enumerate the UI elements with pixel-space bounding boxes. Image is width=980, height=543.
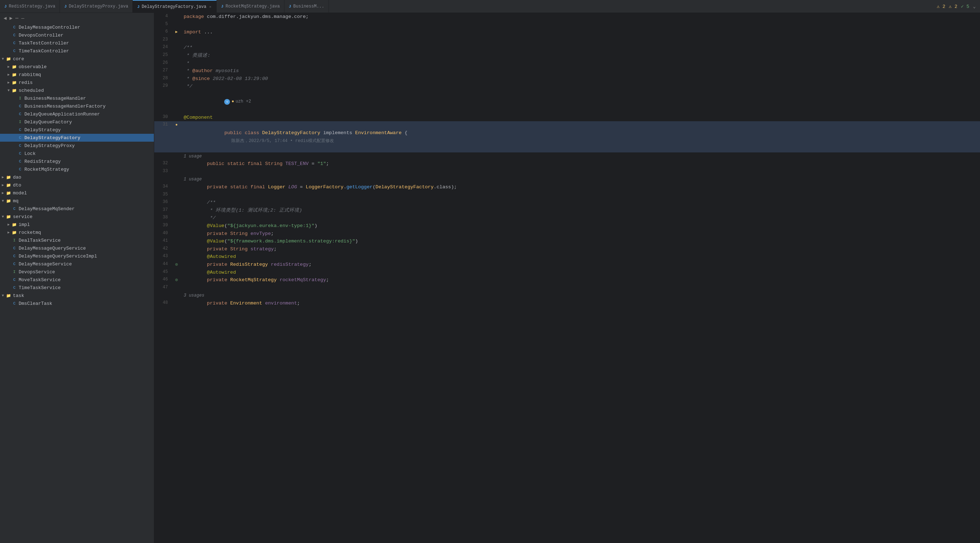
sidebar-item-task[interactable]: ▼ 📁 task <box>0 292 154 300</box>
tab-rocketmq-strategy[interactable]: J RocketMqStrategy.java <box>217 0 285 13</box>
tab-delay-strategy-factory[interactable]: J DelayStrategyFactory.java ✕ <box>133 0 217 13</box>
sidebar-item-delay-message-service[interactable]: C DelayMessageService <box>0 260 154 268</box>
sidebar-item-devops-controller[interactable]: C DevopsController <box>0 31 154 39</box>
sidebar-forward-button[interactable]: ▶ <box>9 14 13 22</box>
tree-item-label: DealTaskService <box>19 238 60 243</box>
line-number: 36 <box>154 199 172 206</box>
sidebar-item-time-task-controller[interactable]: C TimeTaskController <box>0 47 154 55</box>
line-gutter <box>172 284 181 292</box>
sidebar-item-time-task-service[interactable]: C TimeTaskService <box>0 284 154 292</box>
sidebar-item-delay-strategy[interactable]: C DelayStrategy <box>0 126 154 134</box>
tree-item-label: DelayQueueApplicationRunner <box>24 111 100 117</box>
line-code: public static final String TEST_ENV = "1… <box>181 160 980 168</box>
sidebar-item-task-test-controller[interactable]: C TaskTestController <box>0 39 154 47</box>
editor-content[interactable]: 4 package com.differ.jackyun.dms.manage.… <box>154 13 980 543</box>
line-gutter: ▶ <box>172 29 181 36</box>
sidebar-item-model[interactable]: ▶ 📁 model <box>0 189 154 197</box>
tree-item-label: DelayStrategy <box>24 127 60 133</box>
interface-icon: I <box>11 237 17 243</box>
tree-arrow: ▶ <box>0 174 6 180</box>
sidebar-item-impl[interactable]: ▶ 📁 impl <box>0 221 154 229</box>
class-icon: C <box>11 300 17 306</box>
line-number <box>154 175 172 183</box>
sidebar-item-move-task-service[interactable]: C MoveTaskService <box>0 276 154 284</box>
tree-item-label: DelayMessageMqSender <box>19 206 75 211</box>
breakpoint-icon[interactable]: ● <box>175 123 178 127</box>
usage-hint: 3 usages <box>184 293 204 298</box>
code-line-avatar: U ● uzh +2 <box>154 90 980 114</box>
sidebar-item-core[interactable]: ▼ 📁 core <box>0 55 154 63</box>
sidebar-menu-button[interactable]: ⋯ <box>15 14 19 22</box>
sidebar-item-delay-strategy-factory[interactable]: C DelayStrategyFactory <box>0 134 154 142</box>
class-icon: C <box>17 127 23 133</box>
class-icon: C <box>17 151 23 156</box>
sidebar-item-delay-queue-factory[interactable]: I DelayQueueFactory <box>0 118 154 126</box>
editor-area: 4 package com.differ.jackyun.dms.manage.… <box>154 13 980 543</box>
tab-label: DelayStrategyProxy.java <box>69 4 129 9</box>
sidebar-item-business-message-handler-factory[interactable]: C BusinessMessageHandlerFactory <box>0 102 154 110</box>
sidebar-back-button[interactable]: ◀ <box>3 14 7 22</box>
avatar-uzh: U <box>224 99 230 105</box>
line-code <box>181 21 980 29</box>
tree-item-label: MoveTaskService <box>19 277 60 283</box>
sidebar-item-business-message-handler[interactable]: I BusinessMessageHandler <box>0 94 154 102</box>
tab-delay-strategy-proxy[interactable]: J DelayStrategyProxy.java <box>60 0 133 13</box>
sidebar-item-delay-message-mq-sender[interactable]: C DelayMessageMqSender <box>0 205 154 213</box>
line-code: @Value("${framework.dms.implements.strat… <box>181 237 980 245</box>
tree-arrow: ▼ <box>0 293 6 298</box>
sidebar-item-delay-message-query-service[interactable]: C DelayMessageQueryService <box>0 244 154 252</box>
sidebar-item-delay-queue-application-runner[interactable]: C DelayQueueApplicationRunner <box>0 110 154 118</box>
line-number: 27 <box>154 67 172 75</box>
sidebar-item-deal-task-service[interactable]: I DealTaskService <box>0 237 154 244</box>
sidebar-item-rocketmq-folder[interactable]: ▶ 📁 rocketmq <box>0 229 154 237</box>
autowired-icon[interactable]: ◎ <box>175 278 178 282</box>
sidebar-item-dms-clear-task[interactable]: C DmsClearTask <box>0 300 154 307</box>
tree-arrow: ▶ <box>6 79 11 85</box>
tab-close-button[interactable]: ✕ <box>208 4 212 10</box>
line-number: 24 <box>154 44 172 52</box>
sidebar-item-dto[interactable]: ▶ 📁 dto <box>0 181 154 189</box>
code-line-39: 39 @Value("${jackyun.eureka.env-type:1}"… <box>154 222 980 230</box>
sidebar-item-scheduled[interactable]: ▼ 📁 scheduled <box>0 86 154 94</box>
tab-redis-strategy[interactable]: J RedisStrategy.java <box>0 0 60 13</box>
sidebar-item-redis[interactable]: ▶ 📁 redis <box>0 79 154 86</box>
avatar-label: uzh +2 <box>235 98 251 105</box>
line-number: 34 <box>154 183 172 191</box>
sidebar-minimize-button[interactable]: — <box>21 15 25 22</box>
tab-overflow-button[interactable]: ⌄ <box>973 3 976 10</box>
code-line-usage-1: 1 usage <box>154 152 980 160</box>
class-icon: C <box>17 135 23 141</box>
line-code: private RocketMqStrategy rocketMqStrateg… <box>181 276 980 284</box>
line-code: 3 usages <box>181 292 980 300</box>
sidebar-item-dao[interactable]: ▶ 📁 dao <box>0 173 154 181</box>
tree-arrow: ▼ <box>0 214 6 219</box>
tree-item-label: DelayMessageQueryServiceImpl <box>19 254 97 259</box>
sidebar-item-rocketmq-strategy[interactable]: C RocketMqStrategy <box>0 165 154 173</box>
sidebar-item-rabbitmq[interactable]: ▶ 📁 rabbitmq <box>0 71 154 79</box>
sidebar-item-redis-strategy[interactable]: C RedisStrategy <box>0 157 154 165</box>
tree-item-label: DelayMessageService <box>19 262 72 267</box>
class-icon: C <box>17 159 23 164</box>
sidebar-item-delay-strategy-proxy[interactable]: C DelayStrategyProxy <box>0 142 154 149</box>
line-number: 32 <box>154 160 172 168</box>
sidebar-item-delay-message-controller[interactable]: C DelayMessageController <box>0 23 154 31</box>
code-line-26: 26 * <box>154 60 980 67</box>
line-number: 30 <box>154 114 172 122</box>
tree-item-label: BusinessMessageHandler <box>24 96 86 101</box>
fold-icon[interactable]: ▶ <box>175 30 178 34</box>
folder-icon: 📁 <box>6 190 11 196</box>
folder-icon: 📁 <box>11 87 17 93</box>
tab-business-m[interactable]: J BusinessM... <box>285 0 329 13</box>
sidebar-item-mq[interactable]: ▼ 📁 mq <box>0 197 154 205</box>
line-gutter <box>172 152 181 160</box>
sidebar-item-service[interactable]: ▼ 📁 service <box>0 213 154 221</box>
sidebar-item-delay-message-query-service-impl[interactable]: C DelayMessageQueryServiceImpl <box>0 252 154 260</box>
tab-label: BusinessM... <box>293 4 324 9</box>
code-line-31: 31 ● public class DelayStrategyFactory i… <box>154 121 980 152</box>
sidebar-item-lock[interactable]: C Lock <box>0 149 154 157</box>
sidebar-item-devops-service[interactable]: I DevopsService <box>0 268 154 276</box>
sidebar-item-observable[interactable]: ▶ 📁 observable <box>0 63 154 71</box>
tree-item-label: rabbitmq <box>19 72 41 78</box>
code-line-42: 42 private String strategy; <box>154 245 980 253</box>
autowired-icon[interactable]: ◎ <box>175 262 178 267</box>
